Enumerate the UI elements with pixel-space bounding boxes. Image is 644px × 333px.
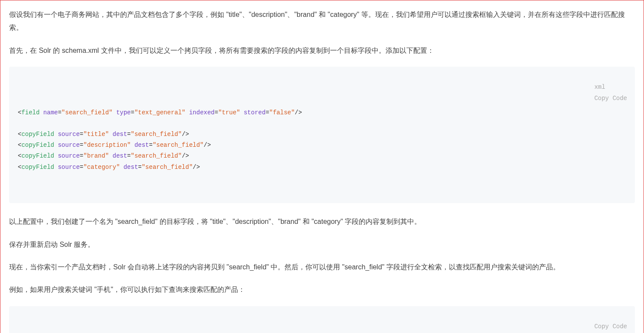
paragraph: 假设我们有一个电子商务网站，其中的产品文档包含了多个字段，例如 "title"、… xyxy=(9,8,635,35)
paragraph: 首先，在 Solr 的 schema.xml 文件中，我们可以定义一个拷贝字段，… xyxy=(9,44,635,57)
code-lang-label: xml xyxy=(594,84,605,91)
copy-code-button[interactable]: Copy Code xyxy=(594,323,627,330)
code-block-plain: Copy Code q=search_field:手机 xyxy=(9,306,635,333)
code-content: <field name="search_field" type="text_ge… xyxy=(18,107,626,173)
code-toolbar: Copy Code xyxy=(568,310,627,333)
paragraph: 例如，如果用户搜索关键词 "手机"，你可以执行如下查询来搜索匹配的产品： xyxy=(9,283,635,296)
paragraph: 现在，当你索引一个产品文档时，Solr 会自动将上述字段的内容拷贝到 "sear… xyxy=(9,261,635,274)
code-block-xml: xml Copy Code <field name="search_field"… xyxy=(9,67,635,203)
paragraph: 保存并重新启动 Solr 服务。 xyxy=(9,238,635,251)
article-frame: 假设我们有一个电子商务网站，其中的产品文档包含了多个字段，例如 "title"、… xyxy=(0,0,644,333)
paragraph: 以上配置中，我们创建了一个名为 "search_field" 的目标字段，将 "… xyxy=(9,215,635,228)
code-toolbar: xml Copy Code xyxy=(568,71,627,115)
copy-code-button[interactable]: Copy Code xyxy=(594,95,627,102)
